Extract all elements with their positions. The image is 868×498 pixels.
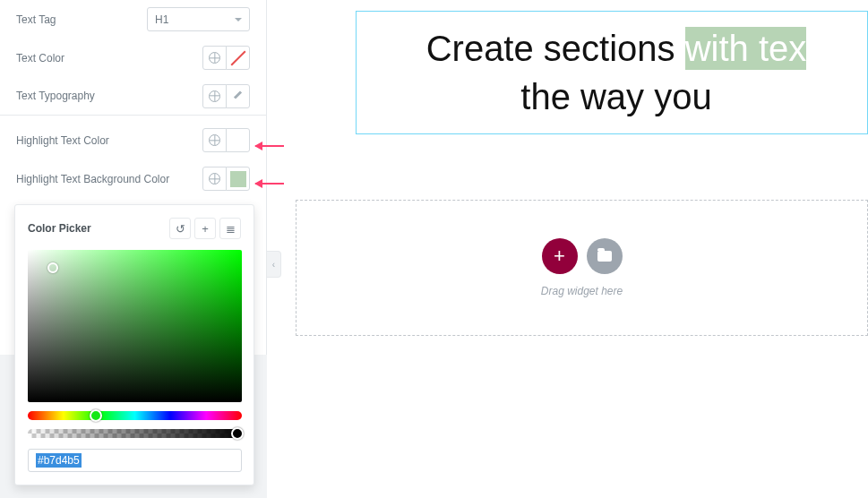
global-colors-button[interactable]: ≣ <box>219 218 241 239</box>
undo-icon: ↺ <box>176 222 185 236</box>
plus-icon: + <box>202 222 209 236</box>
globe-icon <box>209 134 220 146</box>
add-color-button[interactable]: + <box>194 218 216 239</box>
label-hl-bg: Highlight Text Background Color <box>16 173 169 185</box>
none-color-icon <box>230 50 245 65</box>
label-hl-color: Highlight Text Color <box>16 134 109 147</box>
row-hl-color: Highlight Text Color <box>0 121 266 159</box>
globe-button-hl-bg[interactable] <box>202 167 227 191</box>
heading-text: Create sections with tex the way you <box>365 24 867 121</box>
annotation-arrow-1 <box>255 145 284 147</box>
row-text-color: Text Color <box>0 39 266 77</box>
color-picker-popover: Color Picker ↺ + ≣ #b7d4b5 <box>14 204 254 485</box>
hue-slider[interactable] <box>28 411 242 420</box>
saturation-value-area[interactable] <box>28 250 242 402</box>
color-picker-title: Color Picker <box>28 222 91 235</box>
globe-button-hl-color[interactable] <box>202 128 227 152</box>
heading-widget[interactable]: Create sections with tex the way you <box>356 11 868 134</box>
canvas: Create sections with tex the way you + D… <box>296 0 868 498</box>
row-text-tag: Text Tag H1 <box>0 0 266 39</box>
alpha-slider[interactable] <box>28 429 242 438</box>
dropzone-hint: Drag widget here <box>541 285 623 297</box>
reset-button[interactable]: ↺ <box>169 218 191 239</box>
dropzone[interactable]: + Drag widget here <box>296 200 868 336</box>
annotation-arrow-2 <box>255 183 284 185</box>
label-typography: Text Typography <box>16 90 95 102</box>
heading-part-2: the way you <box>520 77 711 116</box>
sv-cursor[interactable] <box>47 262 58 273</box>
color-swatch-icon <box>230 171 246 187</box>
chevron-left-icon: ‹ <box>272 260 275 270</box>
alpha-cursor[interactable] <box>231 427 244 440</box>
pencil-icon <box>233 90 244 101</box>
edit-typography[interactable] <box>226 84 250 108</box>
template-library-button[interactable] <box>587 238 623 274</box>
stack-icon: ≣ <box>226 222 236 236</box>
plus-icon: + <box>554 245 565 268</box>
globe-icon <box>209 90 220 102</box>
row-hl-bg: Highlight Text Background Color <box>0 159 266 198</box>
hex-value: #b7d4b5 <box>36 453 82 468</box>
swatch-hl-bg[interactable] <box>226 167 250 191</box>
collapse-sidebar-button[interactable]: ‹ <box>267 251 281 278</box>
hue-cursor[interactable] <box>90 409 102 422</box>
heading-highlight: with tex <box>685 27 807 70</box>
globe-button-text-color[interactable] <box>202 46 227 70</box>
chevron-down-icon <box>235 18 242 21</box>
add-section-button[interactable]: + <box>542 238 578 274</box>
select-text-tag-value: H1 <box>155 13 168 26</box>
hex-input[interactable]: #b7d4b5 <box>28 449 242 472</box>
folder-icon <box>597 251 612 262</box>
select-text-tag[interactable]: H1 <box>147 7 250 31</box>
globe-icon <box>209 173 220 185</box>
label-text-tag: Text Tag <box>16 13 56 26</box>
row-typography: Text Typography <box>0 77 266 116</box>
swatch-text-color[interactable] <box>226 46 250 70</box>
label-text-color: Text Color <box>16 52 64 64</box>
globe-button-typography[interactable] <box>202 84 227 108</box>
swatch-hl-color[interactable] <box>226 128 250 152</box>
globe-icon <box>209 52 220 64</box>
heading-part-1: Create sections <box>426 29 685 68</box>
color-swatch-icon <box>230 133 246 149</box>
